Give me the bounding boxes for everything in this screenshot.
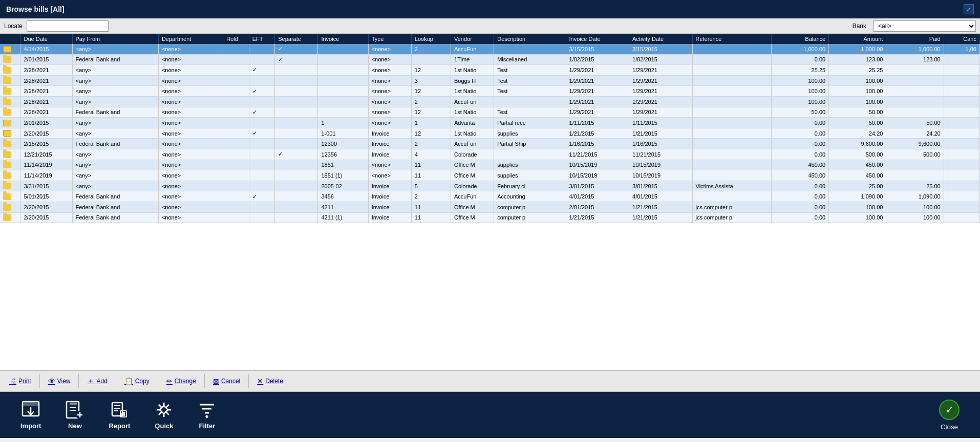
row-department: <none> xyxy=(158,118,223,128)
row-type: <none> xyxy=(368,170,411,181)
table-row[interactable]: 2/15/2015Federal Bank and<none>12300Invo… xyxy=(0,139,980,149)
folder-icon xyxy=(3,56,11,63)
row-reference: jcs computer p xyxy=(692,212,771,223)
row-icon-cell xyxy=(0,212,20,223)
print-button[interactable]: 🖨 Print xyxy=(4,375,36,387)
row-department: <none> xyxy=(158,160,223,170)
col-amount[interactable]: Amount xyxy=(829,34,886,44)
table-row[interactable]: 2/28/2021<any><none><none>2AccuFun1/29/2… xyxy=(0,96,980,107)
row-invoice-date: 10/15/2019 xyxy=(566,160,629,170)
row-amount: 500.00 xyxy=(829,149,886,160)
table-row[interactable]: 2/28/2021<any><none><none>3Boggs HTest1/… xyxy=(0,75,980,86)
row-cancel xyxy=(944,170,979,181)
col-pay-from[interactable]: Pay From xyxy=(72,34,158,44)
row-amount: 9,600.00 xyxy=(829,139,886,149)
row-invoice xyxy=(318,86,368,97)
table-row[interactable]: 2/28/2021<any><none>✓<none>121st NatioTe… xyxy=(0,65,980,76)
row-separate xyxy=(275,96,318,107)
bank-select[interactable]: <all> xyxy=(874,20,976,32)
col-due-date[interactable]: Due Date xyxy=(20,34,72,44)
row-paid: 123.00 xyxy=(886,54,944,65)
table-row[interactable]: 2/28/2021Federal Bank and<none>✓<none>12… xyxy=(0,107,980,118)
col-balance[interactable]: Balance xyxy=(771,34,828,44)
report-button[interactable]: Report xyxy=(96,396,142,434)
title-controls: ⤢ xyxy=(964,4,974,14)
row-icon-cell xyxy=(0,181,20,191)
col-type[interactable]: Type xyxy=(368,34,411,44)
quick-button[interactable]: Quick xyxy=(142,396,185,434)
col-lookup[interactable]: Lookup xyxy=(411,34,451,44)
table-row[interactable]: 2/20/2015Federal Bank and<none>4211Invoi… xyxy=(0,202,980,212)
row-type: Invoice xyxy=(368,181,411,191)
table-row[interactable]: 2/20/2015Federal Bank and<none>4211 (1)I… xyxy=(0,212,980,223)
filter-button[interactable]: Filter xyxy=(185,396,228,434)
table-row[interactable]: 2/20/2015<any><none>✓1-001Invoice121st N… xyxy=(0,128,980,139)
col-separate[interactable]: Separate xyxy=(275,34,318,44)
row-paid: 50.00 xyxy=(886,118,944,128)
folder-icon xyxy=(3,204,11,211)
change-button[interactable]: ✏ Change xyxy=(161,375,201,387)
cancel-button[interactable]: ⊠ Cancel xyxy=(208,375,245,387)
new-button[interactable]: New xyxy=(53,396,96,434)
row-due-date: 2/01/2015 xyxy=(20,54,72,65)
row-department: <none> xyxy=(158,202,223,212)
col-cancel[interactable]: Canc xyxy=(944,34,979,44)
view-button[interactable]: 👁 View xyxy=(43,375,76,387)
print-label: Print xyxy=(18,378,31,385)
row-hold xyxy=(223,170,249,181)
table-row[interactable]: 2/01/2015<any><none>1<none>1AdvantaParti… xyxy=(0,118,980,128)
row-hold xyxy=(223,212,249,223)
bills-table-container[interactable]: Due Date Pay From Department Hold EFT Se… xyxy=(0,34,980,370)
row-icon-cell xyxy=(0,96,20,107)
col-invoice-date[interactable]: Invoice Date xyxy=(566,34,629,44)
copy-button[interactable]: 📋 Copy xyxy=(119,375,155,387)
col-department[interactable]: Department xyxy=(158,34,223,44)
row-pay-from: <any> xyxy=(72,181,158,191)
row-hold xyxy=(223,149,249,160)
col-paid[interactable]: Paid xyxy=(886,34,944,44)
folder-icon xyxy=(3,214,11,221)
import-button[interactable]: Import xyxy=(8,396,53,434)
row-vendor: AccuFun xyxy=(451,191,494,202)
row-eft: ✓ xyxy=(249,128,275,139)
table-row[interactable]: 3/31/2015<any><none>2005-02Invoice5Color… xyxy=(0,181,980,191)
col-hold[interactable]: Hold xyxy=(223,34,249,44)
table-row[interactable]: 12/21/2015<any><none>✓12356Invoice4Color… xyxy=(0,149,980,160)
svg-line-22 xyxy=(159,405,162,408)
row-invoice-date: 1/21/2015 xyxy=(566,212,629,223)
row-department: <none> xyxy=(158,107,223,118)
col-eft[interactable]: EFT xyxy=(249,34,275,44)
row-pay-from: Federal Bank and xyxy=(72,202,158,212)
row-due-date: 2/28/2021 xyxy=(20,65,72,76)
table-row[interactable]: 5/01/2015Federal Bank and<none>✓3456Invo… xyxy=(0,191,980,202)
col-vendor[interactable]: Vendor xyxy=(451,34,494,44)
col-icon[interactable] xyxy=(0,34,20,44)
maximize-button[interactable]: ⤢ xyxy=(964,4,974,14)
folder-icon xyxy=(3,183,11,189)
table-row[interactable]: 11/14/2019<any><none>1851<none>11Office … xyxy=(0,160,980,170)
close-button[interactable]: ✓ Close xyxy=(927,395,972,435)
add-button[interactable]: ＋ Add xyxy=(82,374,112,388)
col-reference[interactable]: Reference xyxy=(692,34,771,44)
bottom-nav: Import New xyxy=(0,392,980,438)
col-invoice[interactable]: Invoice xyxy=(318,34,368,44)
row-amount: 100.00 xyxy=(829,96,886,107)
view-label: View xyxy=(57,378,71,385)
row-due-date: 2/28/2021 xyxy=(20,96,72,107)
table-row[interactable]: 2/28/2021<any><none>✓<none>121st NatioTe… xyxy=(0,86,980,97)
row-vendor: Colorade xyxy=(451,181,494,191)
col-activity-date[interactable]: Activity Date xyxy=(629,34,692,44)
delete-button[interactable]: ✕ Delete xyxy=(252,375,288,387)
locate-input[interactable] xyxy=(27,20,109,32)
new-icon xyxy=(66,401,84,419)
table-row[interactable]: 2/01/2015Federal Bank and<none>✓<none>1T… xyxy=(0,54,980,65)
delete-icon: ✕ xyxy=(257,377,263,385)
row-hold xyxy=(223,96,249,107)
row-reference xyxy=(692,96,771,107)
row-vendor: Boggs H xyxy=(451,75,494,86)
table-row[interactable]: 4/14/2015<any><none>✓<none>2AccuFun3/15/… xyxy=(0,44,980,54)
row-description: supplies xyxy=(494,128,566,139)
row-separate xyxy=(275,202,318,212)
table-row[interactable]: 11/14/2019<any><none>1851 (1)<none>11Off… xyxy=(0,170,980,181)
col-description[interactable]: Description xyxy=(494,34,566,44)
